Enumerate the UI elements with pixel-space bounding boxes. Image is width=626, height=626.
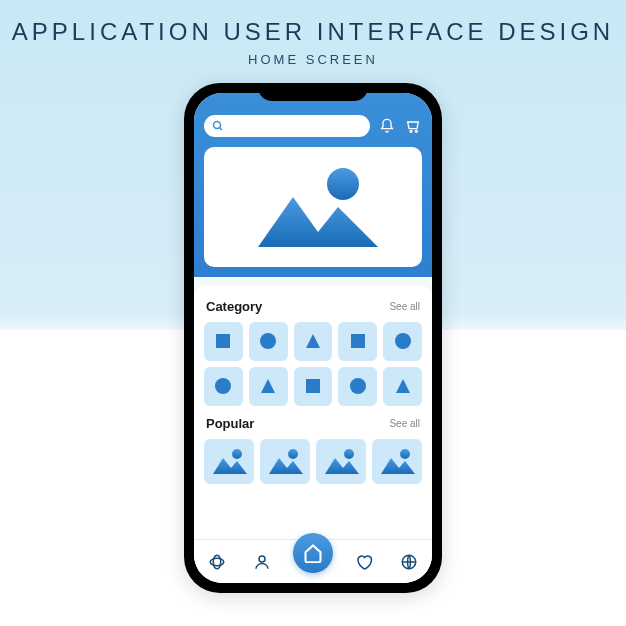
- svg-marker-8: [306, 334, 320, 348]
- popular-row: [204, 439, 422, 484]
- header-area: [194, 93, 432, 277]
- svg-point-4: [327, 168, 359, 200]
- profile-icon: [253, 553, 271, 571]
- svg-point-25: [213, 555, 221, 569]
- category-item[interactable]: [383, 367, 422, 406]
- phone-notch: [258, 83, 368, 101]
- image-placeholder-icon: [209, 446, 249, 476]
- svg-marker-12: [261, 379, 275, 393]
- search-icon: [212, 120, 224, 132]
- svg-point-3: [415, 130, 417, 132]
- popular-item[interactable]: [260, 439, 310, 484]
- search-input[interactable]: [204, 115, 370, 137]
- image-placeholder-icon: [265, 446, 305, 476]
- category-item[interactable]: [294, 322, 333, 361]
- svg-point-0: [214, 122, 221, 129]
- image-placeholder-icon: [377, 446, 417, 476]
- svg-marker-21: [325, 458, 359, 474]
- category-grid: [204, 322, 422, 406]
- popular-header: Popular See all: [206, 416, 420, 431]
- category-item[interactable]: [249, 322, 288, 361]
- triangle-icon: [304, 332, 322, 350]
- svg-marker-5: [258, 197, 378, 247]
- globe-icon: [400, 553, 418, 571]
- nav-home[interactable]: [293, 533, 333, 573]
- circle-icon: [214, 377, 232, 395]
- svg-point-24: [210, 558, 224, 566]
- app-screen: Category See all Popular See all: [194, 93, 432, 583]
- triangle-icon: [394, 377, 412, 395]
- category-item[interactable]: [204, 322, 243, 361]
- page-title: APPLICATION USER INTERFACE DESIGN: [12, 18, 614, 46]
- triangle-icon: [259, 377, 277, 395]
- circle-icon: [349, 377, 367, 395]
- svg-point-20: [344, 449, 354, 459]
- svg-point-11: [215, 378, 231, 394]
- svg-point-7: [260, 333, 276, 349]
- popular-title: Popular: [206, 416, 254, 431]
- heart-icon: [355, 553, 373, 571]
- top-bar: [204, 115, 422, 137]
- notifications-button[interactable]: [378, 117, 396, 135]
- svg-point-14: [350, 378, 366, 394]
- cart-button[interactable]: [404, 117, 422, 135]
- nav-loop[interactable]: [203, 548, 231, 576]
- square-icon: [214, 332, 232, 350]
- category-item[interactable]: [204, 367, 243, 406]
- svg-point-16: [232, 449, 242, 459]
- svg-point-18: [288, 449, 298, 459]
- svg-line-1: [220, 128, 223, 131]
- image-placeholder-icon: [321, 446, 361, 476]
- popular-see-all[interactable]: See all: [389, 418, 420, 429]
- category-item[interactable]: [249, 367, 288, 406]
- popular-item[interactable]: [372, 439, 422, 484]
- svg-point-22: [400, 449, 410, 459]
- nav-explore[interactable]: [395, 548, 423, 576]
- category-item[interactable]: [294, 367, 333, 406]
- popular-item[interactable]: [204, 439, 254, 484]
- nav-profile[interactable]: [248, 548, 276, 576]
- square-icon: [349, 332, 367, 350]
- loop-icon: [208, 553, 226, 571]
- svg-marker-15: [396, 379, 410, 393]
- svg-rect-9: [351, 334, 365, 348]
- category-header: Category See all: [206, 299, 420, 314]
- svg-rect-13: [306, 379, 320, 393]
- bell-icon: [379, 118, 395, 134]
- category-see-all[interactable]: See all: [389, 301, 420, 312]
- svg-point-2: [410, 130, 412, 132]
- svg-point-10: [395, 333, 411, 349]
- page-subtitle: HOME SCREEN: [248, 52, 378, 67]
- category-item[interactable]: [338, 367, 377, 406]
- home-icon: [303, 543, 323, 563]
- svg-point-26: [259, 556, 265, 562]
- category-item[interactable]: [338, 322, 377, 361]
- svg-marker-19: [269, 458, 303, 474]
- circle-icon: [394, 332, 412, 350]
- svg-marker-17: [213, 458, 247, 474]
- nav-favorites[interactable]: [350, 548, 378, 576]
- circle-icon: [259, 332, 277, 350]
- popular-item[interactable]: [316, 439, 366, 484]
- svg-marker-23: [381, 458, 415, 474]
- hero-card[interactable]: [204, 147, 422, 267]
- category-title: Category: [206, 299, 262, 314]
- cart-icon: [405, 118, 421, 134]
- svg-rect-6: [216, 334, 230, 348]
- square-icon: [304, 377, 322, 395]
- phone-mockup: Category See all Popular See all: [184, 83, 442, 593]
- image-placeholder-icon: [238, 162, 388, 252]
- category-item[interactable]: [383, 322, 422, 361]
- bottom-nav: [194, 539, 432, 583]
